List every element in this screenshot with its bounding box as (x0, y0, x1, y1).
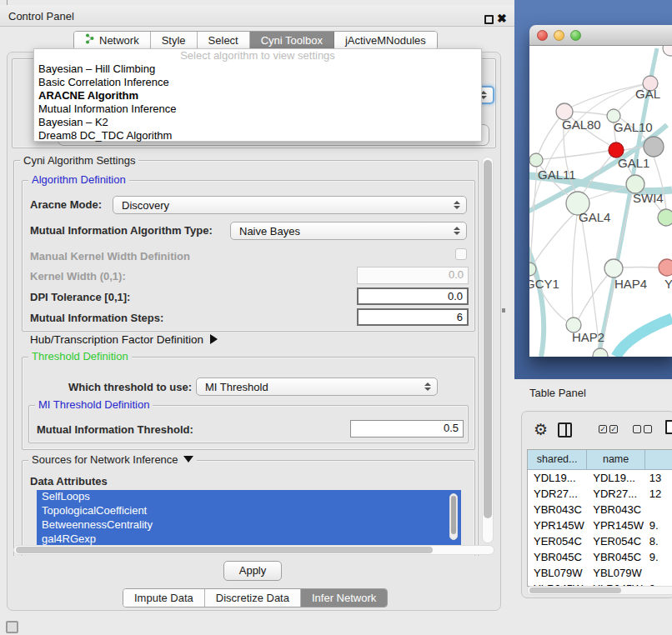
settings-vertical-scrollbar[interactable] (482, 157, 494, 543)
select-all-columns-icon[interactable]: ✓✓ (599, 425, 618, 433)
table-cell: YER054C (528, 533, 587, 549)
network-node[interactable] (658, 209, 672, 226)
tab-select[interactable]: Select (198, 32, 250, 49)
network-node-hap4[interactable] (604, 259, 623, 278)
network-node[interactable] (663, 46, 672, 56)
network-edge[interactable] (616, 193, 632, 259)
hub-definition-expander[interactable]: Hub/Transcription Factor Definition (30, 333, 218, 346)
splitter-handle[interactable] (502, 308, 505, 312)
cyni-settings-legend: Cyni Algorithm Settings (20, 155, 138, 166)
tab-discretize-data[interactable]: Discretize Data (205, 589, 301, 607)
tab-network[interactable]: Network (74, 32, 151, 49)
data-attributes-list[interactable]: SelfLoopsTopologicalCoefficientBetweenne… (37, 490, 461, 548)
mi-steps-label: Mutual Information Steps: (30, 312, 163, 324)
attribute-item-selfloops[interactable]: SelfLoops (37, 490, 461, 504)
table-row[interactable]: YDL19...YDL19...13 (528, 470, 672, 486)
network-node-y[interactable] (659, 259, 672, 276)
algorithm-option-aracne-algorithm[interactable]: ARACNE Algorithm (34, 89, 481, 102)
table-cell: YDL19... (528, 470, 587, 486)
window-close-icon[interactable] (537, 30, 548, 41)
node-label-y: Y (664, 277, 672, 291)
table-cell: YPR145W (528, 518, 587, 533)
threshold-definition-legend: Threshold Definition (28, 351, 132, 362)
tab-cyni-toolbox-label: Cyni Toolbox (261, 32, 323, 49)
tab-infer-network-label: Infer Network (312, 589, 376, 607)
column-header-name[interactable]: name (587, 450, 645, 469)
network-canvas[interactable]: GALGAL80GAL10GAL1GAL11SWI4GAL4GCY1HAP4YH… (529, 46, 672, 357)
table-row[interactable]: YER054CYER054C8. (528, 533, 672, 549)
attribute-item-topologicalcoefficient[interactable]: TopologicalCoefficient (37, 504, 461, 518)
network-window-titlebar[interactable] (529, 25, 672, 46)
node-label-swi4: SWI4 (633, 191, 664, 205)
network-edge[interactable] (530, 167, 537, 262)
network-edge[interactable] (581, 214, 599, 348)
tab-infer-network[interactable]: Infer Network (301, 589, 387, 607)
table-row[interactable]: YBR045CYBR045C9. (528, 549, 672, 565)
table-row[interactable]: YBR043CYBR043C (528, 502, 672, 518)
table-cell: YDR27... (528, 486, 587, 502)
tab-style[interactable]: Style (151, 32, 198, 49)
dpi-tolerance-label: DPI Tolerance [0,1]: (30, 291, 130, 303)
which-threshold-label: Which threshold to use: (68, 381, 192, 393)
table-cell: YDR27... (587, 486, 644, 502)
network-edge[interactable] (572, 215, 577, 318)
columns-icon[interactable] (558, 422, 572, 438)
table-row[interactable]: YBL079WYBL079W (528, 565, 672, 581)
control-panel-titlebar: Control Panel ✖ (0, 5, 514, 27)
export-table-icon[interactable] (665, 420, 672, 434)
table-row[interactable]: YDR27...YDR27...12 (528, 486, 672, 502)
network-node-gal11[interactable] (529, 153, 543, 167)
table-header-row: shared...name (528, 450, 672, 470)
mi-type-combo[interactable]: Naive Bayes (230, 222, 467, 240)
manual-kernel-label: Manual Kernel Width Definition (30, 250, 190, 262)
table-horizontal-scrollbar[interactable] (527, 586, 672, 595)
tab-jactivemnodules[interactable]: jActiveMNodules (334, 32, 437, 49)
window-zoom-icon[interactable] (570, 30, 581, 41)
attribute-item-betweennesscentrality[interactable]: BetweennessCentrality (37, 518, 461, 532)
network-node[interactable] (593, 348, 608, 357)
settings-horizontal-scrollbar[interactable] (13, 545, 494, 555)
algorithm-option-bayesian-hill-climbing[interactable]: Bayesian – Hill Climbing (34, 62, 481, 76)
tab-cyni-toolbox[interactable]: Cyni Toolbox (250, 32, 334, 49)
table-cell: YBR045C (587, 549, 644, 565)
algorithm-option-mutual-information-inference[interactable]: Mutual Information Inference (34, 102, 481, 116)
network-window: GALGAL80GAL10GAL1GAL11SWI4GAL4GCY1HAP4YH… (529, 25, 672, 357)
manual-kernel-checkbox[interactable] (455, 248, 467, 260)
network-edge[interactable] (616, 318, 672, 357)
table-body: YDL19...YDL19...13YDR27...YDR27...12YBR0… (528, 470, 672, 587)
minimized-panel-icon[interactable] (6, 621, 18, 633)
gear-icon[interactable]: ⚙ (534, 422, 548, 438)
algorithm-option-basic-correlation-inference[interactable]: Basic Correlation Inference (34, 76, 481, 89)
column-header-shared-[interactable]: shared... (528, 450, 587, 469)
node-label-hap4: HAP4 (614, 277, 647, 291)
settings-viewport: Cyni Algorithm Settings Algorithm Defini… (12, 155, 496, 556)
table-row[interactable]: YPR145WYPR145W9. (528, 518, 672, 533)
dpi-tolerance-input[interactable]: 0.0 (357, 288, 469, 305)
network-edge[interactable] (622, 268, 658, 268)
attributes-list-scrollbar[interactable] (449, 493, 458, 540)
apply-button[interactable]: Apply (223, 561, 282, 581)
kernel-width-input[interactable]: 0.0 (357, 267, 469, 284)
network-edge[interactable] (534, 214, 574, 263)
network-edge[interactable] (578, 276, 607, 320)
sources-legend[interactable]: Sources for Network Inference (28, 454, 197, 465)
window-minimize-icon[interactable] (554, 30, 564, 41)
table-cell: 9. (645, 549, 672, 565)
algorithm-option-dream8-dc-tdc-algorithm[interactable]: Dream8 DC_TDC Algorithm (34, 129, 481, 142)
mi-steps-input[interactable]: 6 (357, 308, 469, 326)
aracne-mode-combo[interactable]: Discovery (113, 196, 467, 214)
table-panel-title: Table Panel (529, 387, 586, 399)
network-node[interactable] (644, 137, 664, 157)
algorithm-option-bayesian-k2[interactable]: Bayesian – K2 (34, 116, 481, 129)
column-header-2[interactable] (645, 450, 672, 469)
mi-threshold-input[interactable]: 0.5 (350, 420, 464, 438)
which-threshold-combo[interactable]: MI Threshold (196, 378, 438, 396)
combo-stepper-icon (454, 197, 460, 213)
combo-stepper-icon (454, 222, 460, 239)
tab-impute-data[interactable]: Impute Data (123, 589, 205, 607)
float-window-icon[interactable] (484, 15, 494, 24)
aracne-mode-value: Discovery (122, 199, 169, 212)
data-attributes-label: Data Attributes (30, 475, 108, 488)
deselect-all-columns-icon[interactable] (633, 425, 652, 433)
close-icon[interactable]: ✖ (497, 12, 507, 25)
